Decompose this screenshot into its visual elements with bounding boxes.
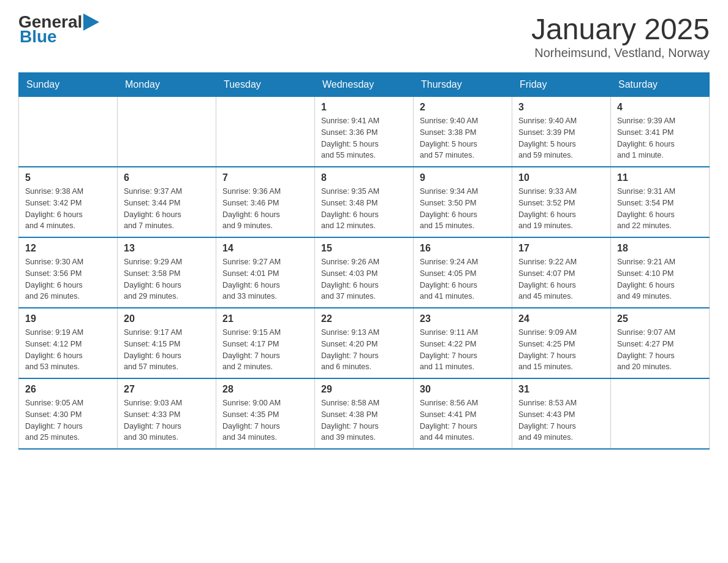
calendar-day-cell: 28Sunrise: 9:00 AMSunset: 4:35 PMDayligh… bbox=[216, 378, 315, 449]
day-number: 10 bbox=[518, 172, 604, 183]
day-number: 15 bbox=[321, 243, 407, 254]
day-number: 24 bbox=[518, 313, 604, 324]
day-info: Sunrise: 9:29 AMSunset: 3:58 PMDaylight:… bbox=[124, 256, 210, 302]
day-info: Sunrise: 8:58 AMSunset: 4:38 PMDaylight:… bbox=[321, 397, 407, 443]
calendar-day-cell: 23Sunrise: 9:11 AMSunset: 4:22 PMDayligh… bbox=[414, 308, 512, 378]
day-number: 8 bbox=[321, 172, 407, 183]
day-info: Sunrise: 9:22 AMSunset: 4:07 PMDaylight:… bbox=[518, 256, 604, 302]
calendar-day-header: Thursday bbox=[414, 73, 512, 97]
calendar-week-row: 1Sunrise: 9:41 AMSunset: 3:36 PMDaylight… bbox=[19, 97, 710, 167]
calendar-day-cell: 19Sunrise: 9:19 AMSunset: 4:12 PMDayligh… bbox=[19, 308, 118, 378]
day-info: Sunrise: 9:34 AMSunset: 3:50 PMDaylight:… bbox=[420, 186, 506, 232]
day-info: Sunrise: 9:21 AMSunset: 4:10 PMDaylight:… bbox=[617, 256, 703, 302]
calendar-day-cell: 8Sunrise: 9:35 AMSunset: 3:48 PMDaylight… bbox=[315, 167, 414, 237]
day-number: 16 bbox=[420, 243, 506, 254]
calendar-day-cell: 18Sunrise: 9:21 AMSunset: 4:10 PMDayligh… bbox=[611, 237, 710, 308]
calendar-day-cell: 10Sunrise: 9:33 AMSunset: 3:52 PMDayligh… bbox=[512, 167, 611, 237]
day-info: Sunrise: 9:39 AMSunset: 3:41 PMDaylight:… bbox=[617, 115, 703, 161]
calendar-day-header: Saturday bbox=[611, 73, 710, 97]
calendar-day-cell: 11Sunrise: 9:31 AMSunset: 3:54 PMDayligh… bbox=[611, 167, 710, 237]
calendar-table: SundayMondayTuesdayWednesdayThursdayFrid… bbox=[18, 72, 710, 450]
svg-marker-0 bbox=[83, 13, 99, 31]
day-number: 12 bbox=[25, 243, 111, 254]
calendar-day-cell: 25Sunrise: 9:07 AMSunset: 4:27 PMDayligh… bbox=[611, 308, 710, 378]
day-number: 26 bbox=[25, 384, 111, 395]
day-number: 2 bbox=[420, 102, 506, 113]
logo-blue-text: Blue bbox=[20, 27, 57, 47]
calendar-day-cell: 26Sunrise: 9:05 AMSunset: 4:30 PMDayligh… bbox=[19, 378, 118, 449]
calendar-week-row: 12Sunrise: 9:30 AMSunset: 3:56 PMDayligh… bbox=[19, 237, 710, 308]
day-number: 28 bbox=[222, 384, 308, 395]
calendar-week-row: 19Sunrise: 9:19 AMSunset: 4:12 PMDayligh… bbox=[19, 308, 710, 378]
day-info: Sunrise: 9:35 AMSunset: 3:48 PMDaylight:… bbox=[321, 186, 407, 232]
day-info: Sunrise: 9:41 AMSunset: 3:36 PMDaylight:… bbox=[321, 115, 407, 161]
calendar-day-cell: 9Sunrise: 9:34 AMSunset: 3:50 PMDaylight… bbox=[414, 167, 512, 237]
calendar-day-cell: 14Sunrise: 9:27 AMSunset: 4:01 PMDayligh… bbox=[216, 237, 315, 308]
calendar-day-cell: 1Sunrise: 9:41 AMSunset: 3:36 PMDaylight… bbox=[315, 97, 414, 167]
day-info: Sunrise: 9:26 AMSunset: 4:03 PMDaylight:… bbox=[321, 256, 407, 302]
calendar-day-cell: 3Sunrise: 9:40 AMSunset: 3:39 PMDaylight… bbox=[512, 97, 611, 167]
day-number: 11 bbox=[617, 172, 703, 183]
day-number: 30 bbox=[420, 384, 506, 395]
calendar-day-cell: 6Sunrise: 9:37 AMSunset: 3:44 PMDaylight… bbox=[118, 167, 216, 237]
calendar-day-cell bbox=[216, 97, 315, 167]
calendar-day-cell: 4Sunrise: 9:39 AMSunset: 3:41 PMDaylight… bbox=[611, 97, 710, 167]
day-info: Sunrise: 9:19 AMSunset: 4:12 PMDaylight:… bbox=[25, 327, 111, 373]
calendar-day-cell: 15Sunrise: 9:26 AMSunset: 4:03 PMDayligh… bbox=[315, 237, 414, 308]
day-number: 19 bbox=[25, 313, 111, 324]
calendar-day-cell: 13Sunrise: 9:29 AMSunset: 3:58 PMDayligh… bbox=[118, 237, 216, 308]
day-number: 14 bbox=[222, 243, 308, 254]
calendar-day-header: Tuesday bbox=[216, 73, 315, 97]
day-info: Sunrise: 9:11 AMSunset: 4:22 PMDaylight:… bbox=[420, 327, 506, 373]
logo: General Blue bbox=[18, 12, 99, 47]
day-info: Sunrise: 9:31 AMSunset: 3:54 PMDaylight:… bbox=[617, 186, 703, 232]
day-info: Sunrise: 9:07 AMSunset: 4:27 PMDaylight:… bbox=[617, 327, 703, 373]
day-number: 13 bbox=[124, 243, 210, 254]
calendar-day-cell: 16Sunrise: 9:24 AMSunset: 4:05 PMDayligh… bbox=[414, 237, 512, 308]
day-number: 22 bbox=[321, 313, 407, 324]
day-number: 17 bbox=[518, 243, 604, 254]
day-info: Sunrise: 9:40 AMSunset: 3:39 PMDaylight:… bbox=[518, 115, 604, 161]
calendar-day-cell: 21Sunrise: 9:15 AMSunset: 4:17 PMDayligh… bbox=[216, 308, 315, 378]
day-number: 20 bbox=[124, 313, 210, 324]
day-number: 29 bbox=[321, 384, 407, 395]
calendar-day-header: Friday bbox=[512, 73, 611, 97]
day-info: Sunrise: 9:33 AMSunset: 3:52 PMDaylight:… bbox=[518, 186, 604, 232]
calendar-day-header: Wednesday bbox=[315, 73, 414, 97]
day-info: Sunrise: 9:37 AMSunset: 3:44 PMDaylight:… bbox=[124, 186, 210, 232]
day-number: 9 bbox=[420, 172, 506, 183]
calendar-day-cell: 30Sunrise: 8:56 AMSunset: 4:41 PMDayligh… bbox=[414, 378, 512, 449]
day-number: 27 bbox=[124, 384, 210, 395]
day-info: Sunrise: 9:36 AMSunset: 3:46 PMDaylight:… bbox=[222, 186, 308, 232]
calendar-day-cell bbox=[611, 378, 710, 449]
day-info: Sunrise: 9:40 AMSunset: 3:38 PMDaylight:… bbox=[420, 115, 506, 161]
day-info: Sunrise: 9:00 AMSunset: 4:35 PMDaylight:… bbox=[222, 397, 308, 443]
calendar-day-cell: 7Sunrise: 9:36 AMSunset: 3:46 PMDaylight… bbox=[216, 167, 315, 237]
day-number: 23 bbox=[420, 313, 506, 324]
day-info: Sunrise: 9:38 AMSunset: 3:42 PMDaylight:… bbox=[25, 186, 111, 232]
day-info: Sunrise: 9:17 AMSunset: 4:15 PMDaylight:… bbox=[124, 327, 210, 373]
day-info: Sunrise: 9:30 AMSunset: 3:56 PMDaylight:… bbox=[25, 256, 111, 302]
page-header: General Blue January 2025 Norheimsund, V… bbox=[18, 12, 710, 60]
calendar-week-row: 5Sunrise: 9:38 AMSunset: 3:42 PMDaylight… bbox=[19, 167, 710, 237]
calendar-day-cell: 31Sunrise: 8:53 AMSunset: 4:43 PMDayligh… bbox=[512, 378, 611, 449]
day-number: 6 bbox=[124, 172, 210, 183]
day-number: 25 bbox=[617, 313, 703, 324]
day-number: 31 bbox=[518, 384, 604, 395]
day-info: Sunrise: 9:09 AMSunset: 4:25 PMDaylight:… bbox=[518, 327, 604, 373]
calendar-day-cell: 29Sunrise: 8:58 AMSunset: 4:38 PMDayligh… bbox=[315, 378, 414, 449]
calendar-day-cell: 12Sunrise: 9:30 AMSunset: 3:56 PMDayligh… bbox=[19, 237, 118, 308]
calendar-day-cell bbox=[118, 97, 216, 167]
calendar-day-cell: 27Sunrise: 9:03 AMSunset: 4:33 PMDayligh… bbox=[118, 378, 216, 449]
day-info: Sunrise: 9:15 AMSunset: 4:17 PMDaylight:… bbox=[222, 327, 308, 373]
day-info: Sunrise: 9:13 AMSunset: 4:20 PMDaylight:… bbox=[321, 327, 407, 373]
calendar-day-cell: 5Sunrise: 9:38 AMSunset: 3:42 PMDaylight… bbox=[19, 167, 118, 237]
day-info: Sunrise: 9:24 AMSunset: 4:05 PMDaylight:… bbox=[420, 256, 506, 302]
calendar-day-cell bbox=[19, 97, 118, 167]
day-number: 4 bbox=[617, 102, 703, 113]
day-info: Sunrise: 9:27 AMSunset: 4:01 PMDaylight:… bbox=[222, 256, 308, 302]
page-title: January 2025 bbox=[531, 12, 710, 46]
day-number: 5 bbox=[25, 172, 111, 183]
day-number: 18 bbox=[617, 243, 703, 254]
calendar-day-cell: 20Sunrise: 9:17 AMSunset: 4:15 PMDayligh… bbox=[118, 308, 216, 378]
